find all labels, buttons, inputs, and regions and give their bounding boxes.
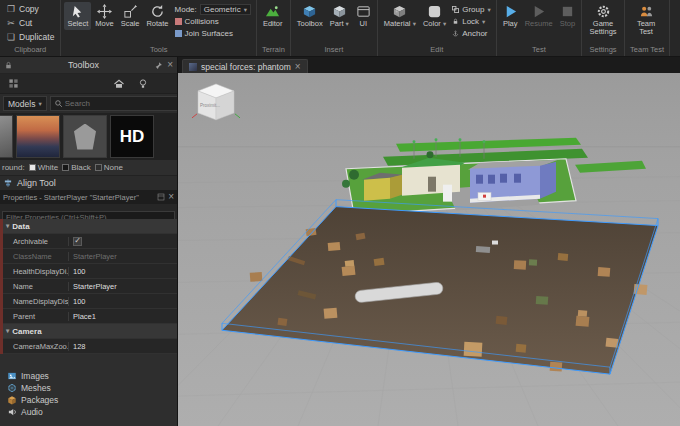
- join-surfaces-icon: [175, 30, 182, 37]
- property-row: ClassNameStarterPlayer: [3, 249, 177, 264]
- ribbon-section-exit: Exit Game: [670, 0, 680, 56]
- tree-item-audio[interactable]: Audio: [0, 406, 177, 418]
- part-label: Proximit...: [200, 103, 220, 108]
- mesh-preview-shape: [74, 124, 96, 150]
- copy-button[interactable]: ❐Copy: [3, 2, 42, 15]
- packages-icon: [7, 395, 17, 405]
- anchor-icon: [452, 30, 459, 37]
- toolbox-searchbox[interactable]: [50, 96, 178, 111]
- toolbox-search-input[interactable]: [65, 99, 175, 108]
- roblox-studio-window: ❐Copy ✂Cut ❏Duplicate Clipboard Select M…: [0, 0, 680, 426]
- model-thumbnail[interactable]: [16, 115, 60, 158]
- properties-panel-title: Properties - StarterPlayer "StarterPlaye…: [3, 193, 154, 202]
- team-test-section-label: Team Test: [628, 45, 666, 56]
- property-row[interactable]: ParentPlace1: [3, 309, 177, 324]
- background-black-checkbox[interactable]: Black: [62, 163, 91, 172]
- test-section-label: Test: [500, 45, 578, 56]
- material-button[interactable]: Material ▾: [381, 2, 419, 30]
- check-icon: ✓: [74, 237, 81, 245]
- model-thumbnail[interactable]: HD: [110, 115, 154, 158]
- color-button[interactable]: Color ▾: [420, 2, 449, 30]
- preview-background-options: round: White Black None: [0, 160, 177, 175]
- ribbon-section-clipboard: ❐Copy ✂Cut ❏Duplicate Clipboard: [0, 0, 61, 56]
- terrain-editor-button[interactable]: Editor: [260, 2, 286, 30]
- exit-game-button[interactable]: Exit Game: [673, 2, 680, 39]
- stop-icon: [560, 4, 575, 19]
- property-section-data[interactable]: ▾Data: [3, 219, 177, 234]
- property-row[interactable]: NameStarterPlayer: [3, 279, 177, 294]
- chevron-down-icon: ▾: [6, 222, 9, 230]
- mode-dropdown[interactable]: Mode:Geometric▾: [175, 4, 251, 15]
- ribbon-toolbar: ❐Copy ✂Cut ❏Duplicate Clipboard Select M…: [0, 0, 680, 57]
- play-button[interactable]: Play: [500, 2, 521, 30]
- game-settings-button[interactable]: Game Settings: [585, 2, 621, 39]
- category-dropdown-value: Models: [8, 99, 35, 109]
- property-row[interactable]: NameDisplayDis...100: [3, 294, 177, 309]
- duplicate-icon: ❏: [6, 32, 16, 42]
- tools-section-label: Tools: [64, 45, 252, 56]
- pin-icon[interactable]: [154, 61, 163, 70]
- ui-button[interactable]: UI: [353, 2, 374, 30]
- close-icon[interactable]: ×: [295, 62, 301, 72]
- join-surfaces-toggle[interactable]: Join Surfaces: [175, 28, 251, 39]
- duplicate-label: Duplicate: [19, 32, 54, 42]
- tab-special-forces-phantom[interactable]: special forces: phantom ×: [182, 59, 308, 73]
- resume-button[interactable]: Resume: [522, 2, 556, 30]
- property-row[interactable]: Archivable✓: [3, 234, 177, 249]
- lock-dropdown[interactable]: Lock▾: [452, 16, 491, 27]
- toolbox-button[interactable]: Toolbox: [294, 2, 326, 30]
- cut-button[interactable]: ✂Cut: [3, 16, 35, 29]
- marketplace-icon[interactable]: [8, 78, 19, 89]
- model-thumbnail[interactable]: [0, 115, 13, 158]
- anchor-toggle[interactable]: Anchor: [452, 28, 491, 39]
- select-tool-button[interactable]: Select: [64, 2, 91, 30]
- stop-button[interactable]: Stop: [557, 2, 578, 30]
- hd-thumb-label: HD: [120, 127, 145, 147]
- home-icon[interactable]: [113, 78, 125, 90]
- move-tool-button[interactable]: Move: [92, 2, 116, 30]
- terrain-section-label: Terrain: [260, 45, 287, 56]
- close-icon[interactable]: ×: [167, 60, 173, 70]
- archivable-checkbox[interactable]: ✓: [73, 237, 82, 246]
- bulb-icon[interactable]: [137, 78, 149, 90]
- background-options-label: round:: [2, 163, 25, 172]
- tree-item-packages[interactable]: Packages: [0, 394, 177, 406]
- rotate-tool-button[interactable]: Rotate: [143, 2, 171, 30]
- model-thumbnail[interactable]: [63, 115, 107, 158]
- expand-panel-icon[interactable]: [157, 193, 165, 201]
- copy-icon: ❐: [6, 4, 16, 14]
- clipboard-section-label: Clipboard: [3, 45, 57, 56]
- tree-item-images[interactable]: Images: [0, 370, 177, 382]
- background-white-checkbox[interactable]: White: [29, 163, 58, 172]
- part-button[interactable]: Part ▾: [327, 2, 352, 30]
- align-tool-icon: [3, 178, 13, 188]
- scale-icon: [123, 4, 138, 19]
- collisions-toggle[interactable]: Collisions: [175, 16, 251, 27]
- align-tool-header[interactable]: Align Tool: [0, 175, 177, 190]
- group-dropdown[interactable]: Group▾: [452, 4, 491, 15]
- ui-icon: [356, 4, 371, 19]
- toolbox-panel-header[interactable]: Toolbox ×: [0, 57, 177, 74]
- team-test-button[interactable]: Team Test: [628, 2, 664, 39]
- duplicate-button[interactable]: ❏Duplicate: [3, 30, 57, 43]
- viewport-3d-scene[interactable]: Proximit...: [178, 73, 680, 426]
- scale-tool-button[interactable]: Scale: [118, 2, 143, 30]
- ribbon-section-terrain: Editor Terrain: [257, 0, 291, 56]
- audio-icon: [7, 407, 17, 417]
- tree-item-meshes[interactable]: Meshes: [0, 382, 177, 394]
- close-icon[interactable]: ×: [168, 192, 174, 202]
- properties-filter: [0, 204, 177, 219]
- property-section-camera[interactable]: ▾Camera: [3, 324, 177, 339]
- toolbox-filter-row: Models ▾: [0, 94, 177, 113]
- property-row[interactable]: CameraMaxZoo...128: [3, 339, 177, 354]
- viewport-area: special forces: phantom ×: [178, 57, 680, 426]
- property-row[interactable]: HealthDisplayDi...100: [3, 264, 177, 279]
- checkbox-icon: [95, 164, 102, 171]
- category-dropdown[interactable]: Models ▾: [3, 96, 47, 111]
- background-none-checkbox[interactable]: None: [95, 163, 123, 172]
- checkbox-icon: [62, 164, 69, 171]
- move-icon: [97, 4, 112, 19]
- properties-panel-header[interactable]: Properties - StarterPlayer "StarterPlaye…: [0, 190, 177, 204]
- play-icon: [503, 4, 518, 19]
- settings-section-label: Settings: [585, 45, 621, 56]
